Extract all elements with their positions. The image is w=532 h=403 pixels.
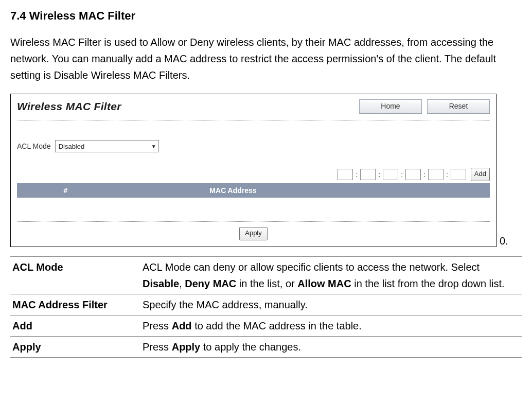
col-header-blank bbox=[352, 184, 490, 198]
section-heading: 7.4 Wireless MAC Filter bbox=[10, 9, 522, 23]
desc-text: Press Apply to apply the changes. bbox=[140, 337, 522, 358]
mac-octet-input-1[interactable] bbox=[338, 169, 353, 180]
acl-mode-select[interactable]: Disabled ▼ bbox=[55, 140, 159, 152]
table-header-row: # MAC Address bbox=[17, 184, 490, 198]
apply-button[interactable]: Apply bbox=[239, 227, 268, 240]
desc-text-part: , bbox=[179, 278, 185, 289]
desc-label: MAC Address Filter bbox=[10, 294, 140, 316]
mac-octet-input-3[interactable] bbox=[383, 169, 398, 180]
desc-text-bold: Allow MAC bbox=[297, 278, 351, 289]
desc-text-part: Press bbox=[143, 320, 172, 331]
mac-octet-input-5[interactable] bbox=[428, 169, 444, 180]
desc-text: Specify the MAC address, manually. bbox=[140, 294, 522, 316]
mac-octet-input-2[interactable] bbox=[360, 169, 376, 180]
apply-row: Apply bbox=[17, 221, 490, 240]
reset-button[interactable]: Reset bbox=[427, 99, 490, 114]
desc-text: ACL Mode can deny or allow specific clie… bbox=[140, 257, 522, 294]
desc-text-bold: Deny MAC bbox=[185, 278, 236, 289]
add-button[interactable]: Add bbox=[471, 168, 490, 181]
page-title: Wireless MAC Filter bbox=[17, 100, 121, 113]
col-header-mac: MAC Address bbox=[114, 184, 352, 198]
desc-text-part: in the list, or bbox=[236, 278, 297, 289]
desc-text-part: to apply the changes. bbox=[200, 341, 301, 353]
desc-text-part: to add the MAC address in the table. bbox=[192, 320, 362, 331]
desc-row-acl-mode: ACL Mode ACL Mode can deny or allow spec… bbox=[10, 257, 522, 294]
col-header-index: # bbox=[17, 184, 114, 198]
desc-label: Apply bbox=[10, 337, 140, 358]
acl-mode-label: ACL Mode bbox=[17, 142, 51, 150]
desc-text-part: ACL Mode can deny or allow specific clie… bbox=[143, 261, 480, 273]
desc-text-bold: Apply bbox=[172, 341, 201, 353]
home-button[interactable]: Home bbox=[359, 99, 422, 114]
desc-row-apply: Apply Press Apply to apply the changes. bbox=[10, 337, 522, 358]
top-buttons: Home Reset bbox=[359, 99, 490, 114]
mac-octet-input-6[interactable] bbox=[451, 169, 466, 180]
desc-text-bold: Disable bbox=[143, 278, 179, 289]
desc-text-part: in the list from the drop down list. bbox=[351, 278, 505, 289]
description-table: ACL Mode ACL Mode can deny or allow spec… bbox=[10, 256, 522, 358]
colon-separator: : bbox=[446, 170, 448, 179]
mac-address-table: # MAC Address bbox=[17, 183, 490, 198]
desc-label: ACL Mode bbox=[10, 257, 140, 294]
desc-text-bold: Add bbox=[172, 320, 192, 331]
mac-entry-row: : : : : : Add bbox=[17, 168, 490, 181]
router-ui-screenshot: Wireless MAC Filter Home Reset ACL Mode … bbox=[10, 94, 496, 247]
desc-label: Add bbox=[10, 316, 140, 337]
acl-mode-row: ACL Mode Disabled ▼ bbox=[17, 140, 490, 152]
screenshot-topbar: Wireless MAC Filter Home Reset bbox=[17, 99, 490, 120]
trailing-zero-text: 0. bbox=[500, 235, 508, 247]
mac-octet-input-4[interactable] bbox=[405, 169, 421, 180]
desc-text: Press Add to add the MAC address in the … bbox=[140, 316, 522, 337]
intro-paragraph: Wireless MAC Filter is used to Allow or … bbox=[10, 34, 522, 83]
desc-text-part: Press bbox=[143, 341, 172, 353]
colon-separator: : bbox=[378, 170, 380, 179]
screenshot-wrapper: Wireless MAC Filter Home Reset ACL Mode … bbox=[10, 94, 522, 247]
colon-separator: : bbox=[356, 170, 358, 179]
colon-separator: : bbox=[423, 170, 425, 179]
chevron-down-icon: ▼ bbox=[151, 144, 156, 149]
desc-row-mac-filter: MAC Address Filter Specify the MAC addre… bbox=[10, 294, 522, 316]
acl-mode-value: Disabled bbox=[59, 143, 85, 150]
desc-row-add: Add Press Add to add the MAC address in … bbox=[10, 316, 522, 337]
colon-separator: : bbox=[401, 170, 403, 179]
